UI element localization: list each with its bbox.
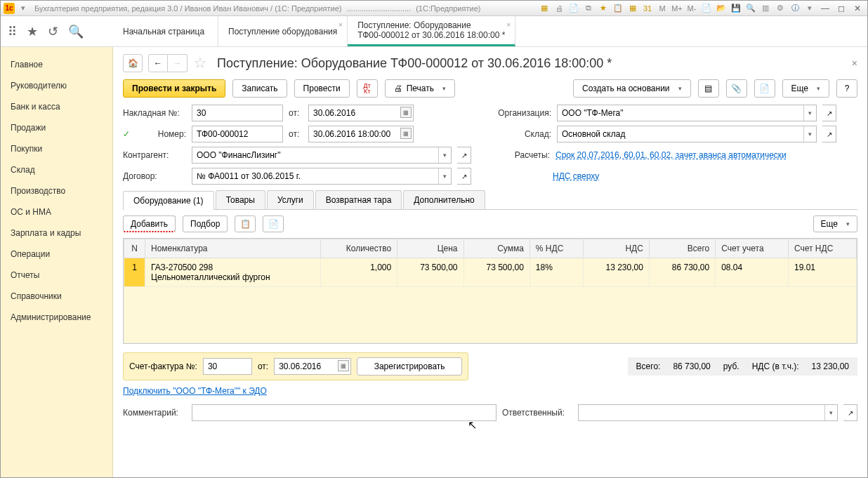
inner-tab-goods[interactable]: Товары <box>216 190 265 209</box>
grid-more-button[interactable]: Еще <box>813 215 857 232</box>
vat-link[interactable]: НДС сверху <box>553 171 599 181</box>
inner-tab-tare[interactable]: Возвратная тара <box>315 190 402 209</box>
col-vat-pct[interactable]: % НДС <box>530 239 583 258</box>
col-n[interactable]: N <box>124 239 145 258</box>
dropdown-icon[interactable]: ▾ <box>438 168 451 184</box>
dropdown-icon[interactable]: ▾ <box>803 105 816 121</box>
help-button[interactable]: ? <box>836 79 857 98</box>
dropdown-icon[interactable]: ▾ <box>17 3 29 14</box>
number-input[interactable] <box>192 126 283 142</box>
history-icon[interactable]: ↺ <box>48 24 58 39</box>
add-row-button[interactable]: Добавить <box>123 215 176 232</box>
table-row[interactable]: 1 ГАЗ-270500 298Цельнометаллический фург… <box>124 258 857 287</box>
minimize-button[interactable]: — <box>818 4 832 13</box>
close-page-button[interactable]: × <box>852 58 857 69</box>
post-button[interactable]: Провести <box>294 79 350 98</box>
col-nomenclature[interactable]: Номенклатура <box>145 239 321 258</box>
structure-button[interactable]: ▤ <box>698 79 719 98</box>
sidebar-item[interactable]: Продажи <box>1 117 112 138</box>
register-invoice-button[interactable]: Зарегистрировать <box>357 357 462 376</box>
open-contract-button[interactable]: ↗ <box>457 168 471 185</box>
m-minus-icon[interactable]: M- <box>685 3 698 14</box>
sidebar-item[interactable]: Операции <box>1 244 112 265</box>
create-based-button[interactable]: Создать на основании <box>573 79 691 98</box>
inner-tab-more[interactable]: Дополнительно <box>403 190 485 209</box>
sidebar-item[interactable]: Администрирование <box>1 307 112 328</box>
sidebar-item[interactable]: Производство <box>1 180 112 201</box>
tab-current[interactable]: Поступление: Оборудование ТФ00-000012 от… <box>348 16 515 46</box>
close-button[interactable]: ✕ <box>850 4 864 13</box>
pick-button[interactable]: Подбор <box>183 215 228 232</box>
windows-icon[interactable]: ▥ <box>759 3 772 14</box>
sidebar-item[interactable]: Зарплата и кадры <box>1 223 112 244</box>
datetime-input[interactable] <box>308 126 414 142</box>
new-icon[interactable]: 📄 <box>700 3 713 14</box>
print-icon[interactable]: 🖨 <box>553 3 565 14</box>
sidebar-item[interactable]: ОС и НМА <box>1 201 112 223</box>
calendar-icon[interactable]: ▦ <box>338 360 349 371</box>
open-warehouse-button[interactable]: ↗ <box>822 126 836 142</box>
forward-button[interactable]: → <box>168 54 188 72</box>
open-icon[interactable]: 📂 <box>715 3 728 14</box>
col-acct[interactable]: Счет учета <box>716 239 789 258</box>
post-close-button[interactable]: Провести и закрыть <box>123 79 225 98</box>
invoice-no-input[interactable] <box>192 105 283 121</box>
find-icon[interactable]: 🔍 <box>68 24 84 39</box>
save-icon[interactable]: 💾 <box>730 3 742 14</box>
col-sum[interactable]: Сумма <box>463 239 530 258</box>
back-button[interactable]: ← <box>148 54 168 72</box>
calendar-icon[interactable]: 31 <box>641 3 654 14</box>
settings-icon[interactable]: ⚙ <box>774 3 787 14</box>
favorite-star-icon[interactable]: ☆ <box>193 54 207 72</box>
open-org-button[interactable]: ↗ <box>822 105 836 121</box>
notes-button[interactable]: 📄 <box>754 79 775 98</box>
col-total[interactable]: Всего <box>649 239 715 258</box>
sidebar-item[interactable]: Главное <box>1 54 112 75</box>
copy-button[interactable]: 📋 <box>235 215 256 232</box>
apps-icon[interactable]: ⠿ <box>8 24 17 39</box>
invoice-date-input[interactable] <box>308 105 414 121</box>
dropdown-icon[interactable]: ▾ <box>803 126 816 142</box>
attach-button[interactable]: 📎 <box>726 79 747 98</box>
sidebar-item[interactable]: Отчеты <box>1 265 112 286</box>
responsible-select[interactable]: ▾ <box>578 404 838 421</box>
tab-close-icon[interactable]: × <box>506 20 511 29</box>
menu-down-icon[interactable]: ▾ <box>803 3 816 14</box>
tab-home[interactable]: Начальная страница <box>113 16 218 46</box>
inner-tab-services[interactable]: Услуги <box>267 190 314 209</box>
info-icon[interactable]: ⓘ <box>789 3 801 14</box>
sidebar-item[interactable]: Покупки <box>1 138 112 159</box>
sidebar-item[interactable]: Справочники <box>1 286 112 307</box>
sidebar-item[interactable]: Склад <box>1 159 112 180</box>
sidebar-item[interactable]: Руководителю <box>1 75 112 96</box>
col-vat[interactable]: НДС <box>583 239 649 258</box>
maximize-button[interactable]: ◻ <box>834 4 848 13</box>
m-icon[interactable]: M <box>656 3 669 14</box>
search-icon[interactable]: 🔍 <box>744 3 757 14</box>
invoice-no-input[interactable] <box>203 358 252 375</box>
edo-link[interactable]: Подключить "ООО "ТФ-Мега"" к ЭДО <box>123 386 267 396</box>
calc-icon[interactable]: ▦ <box>626 3 639 14</box>
favorite-icon[interactable]: ★ <box>27 24 38 39</box>
more-button[interactable]: Еще <box>782 79 829 98</box>
dropdown-icon[interactable]: ▾ <box>438 147 451 163</box>
warehouse-select[interactable]: Основной склад▾ <box>557 126 817 142</box>
dropdown-icon[interactable]: ▾ <box>824 405 837 420</box>
paste-button[interactable]: 📄 <box>263 215 284 232</box>
tab-close-icon[interactable]: × <box>338 20 343 29</box>
calc-link[interactable]: Срок 20.07.2016, 60.01, 60.02, зачет ава… <box>555 150 787 160</box>
comment-input[interactable] <box>192 404 497 421</box>
calendar-icon[interactable]: ▦ <box>400 128 412 139</box>
home-button[interactable]: 🏠 <box>123 54 143 72</box>
m-plus-icon[interactable]: M+ <box>671 3 683 14</box>
doc-icon[interactable]: 📄 <box>567 3 580 14</box>
col-qty[interactable]: Количество <box>321 239 397 258</box>
col-vat-acct[interactable]: Счет НДС <box>788 239 856 258</box>
clipboard-icon[interactable]: 📋 <box>612 3 624 14</box>
sidebar-item[interactable]: Банк и касса <box>1 96 112 117</box>
compare-icon[interactable]: ⧉ <box>582 3 595 14</box>
toolbar-icon[interactable]: ▦ <box>538 3 551 14</box>
print-button[interactable]: 🖨Печать <box>385 79 455 98</box>
write-button[interactable]: Записать <box>232 79 287 98</box>
dt-kt-button[interactable]: ДтКт <box>357 79 378 98</box>
